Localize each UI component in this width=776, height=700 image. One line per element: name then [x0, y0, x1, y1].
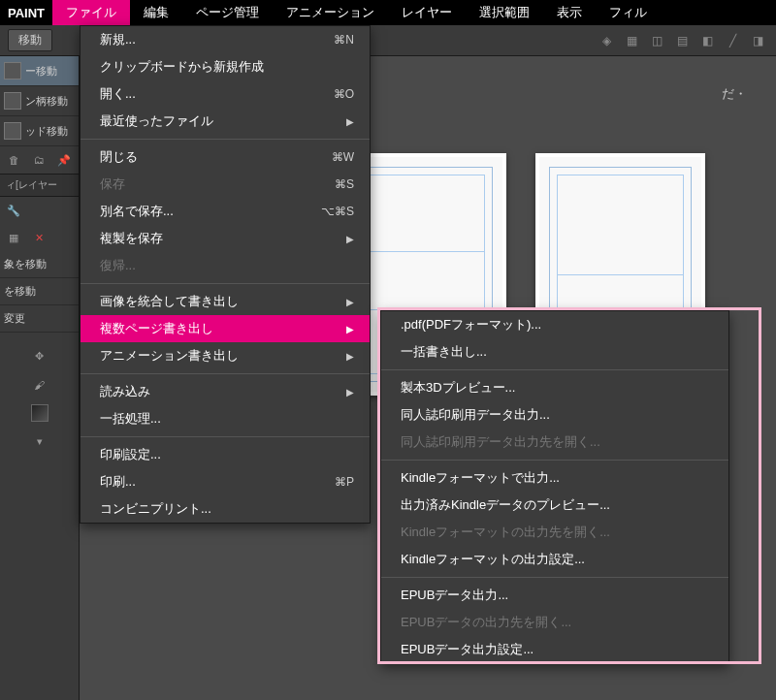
menu-編集[interactable]: 編集: [130, 0, 182, 25]
toolbar-icon[interactable]: ◫: [646, 30, 667, 51]
menu-選択範囲[interactable]: 選択範囲: [466, 0, 543, 25]
menu-item-label: 製本3Dプレビュー...: [401, 379, 515, 397]
menu-item-label: 同人誌印刷用データ出力...: [401, 406, 550, 424]
menu-item[interactable]: 別名で保存...⌥⌘S: [81, 198, 370, 225]
menu-item-label: 保存: [100, 175, 125, 193]
menu-ページ管理[interactable]: ページ管理: [182, 0, 273, 25]
menu-ファイル[interactable]: ファイル: [52, 0, 130, 25]
tool-row[interactable]: ー移動: [0, 56, 79, 86]
chevron-down-icon[interactable]: ▾: [30, 431, 49, 451]
menu-item: 保存⌘S: [81, 171, 370, 198]
menu-item-label: 新規...: [100, 31, 136, 48]
menu-item-label: 一括処理...: [100, 410, 161, 428]
menu-item-label: クリップボードから新規作成: [100, 58, 264, 76]
grid-icon[interactable]: ▦: [4, 228, 23, 247]
option-row[interactable]: 象を移動: [0, 251, 79, 278]
menu-item[interactable]: 一括書き出し...: [381, 338, 728, 366]
menu-item[interactable]: 同人誌印刷用データ出力...: [381, 401, 728, 429]
menu-item[interactable]: 閉じる⌘W: [81, 143, 370, 171]
pin-icon[interactable]: 📌: [54, 150, 74, 170]
menu-item-label: 印刷設定...: [100, 446, 161, 463]
menu-レイヤー[interactable]: レイヤー: [388, 0, 466, 25]
menu-item-label: 最近使ったファイル: [100, 112, 213, 130]
toolbar-icon[interactable]: ╱: [722, 30, 743, 51]
left-panel: ー移動ン柄移動ッド移動 🗑 🗂 📌 ィ[レイヤー 🔧 ▦ ✕ 象を移動を移動変更…: [0, 56, 80, 700]
menu-item[interactable]: コンビニプリント...: [81, 495, 370, 523]
menu-item[interactable]: 一括処理...: [81, 405, 370, 432]
menu-item-label: EPUBデータ出力...: [401, 587, 508, 604]
export-submenu: .pdf(PDFフォーマット)...一括書き出し...製本3Dプレビュー...同…: [380, 310, 729, 664]
menu-item[interactable]: 読み込み▶: [81, 378, 370, 405]
menu-item-label: EPUBデータ出力設定...: [401, 641, 534, 658]
close-icon[interactable]: ✕: [29, 228, 48, 247]
brush-icon[interactable]: 🖌: [30, 375, 49, 395]
tool-icon: [4, 62, 21, 80]
menubar: PAINT ファイル編集ページ管理アニメーションレイヤー選択範囲表示フィル: [0, 0, 776, 25]
color-swatch[interactable]: [31, 404, 48, 422]
menu-item-label: 別名で保存...: [100, 203, 174, 220]
menu-item[interactable]: 画像を統合して書き出し▶: [81, 288, 370, 315]
section-label: ィ[レイヤー: [0, 175, 79, 197]
menu-item-label: 閉じる: [100, 148, 138, 166]
menu-フィル[interactable]: フィル: [596, 0, 661, 25]
menu-item[interactable]: .pdf(PDFフォーマット)...: [381, 311, 728, 338]
menu-item[interactable]: 印刷設定...: [81, 441, 370, 468]
shortcut: ⌥⌘S: [321, 205, 354, 218]
option-row[interactable]: 変更: [0, 305, 79, 333]
menu-item-label: 印刷...: [100, 473, 136, 491]
menu-item[interactable]: 印刷...⌘P: [81, 468, 370, 495]
trash-icon[interactable]: 🗑: [4, 150, 23, 170]
menu-item[interactable]: アニメーション書き出し▶: [81, 342, 370, 369]
tool-row[interactable]: ッド移動: [0, 116, 79, 146]
toolbar-tab[interactable]: 移動: [8, 29, 52, 51]
chevron-right-icon: ▶: [346, 351, 354, 362]
menu-item-label: 複数ページ書き出し: [100, 320, 213, 337]
menu-item[interactable]: EPUBデータ出力設定...: [381, 636, 728, 663]
tool-icons-column: ✥ 🖌 ▾: [0, 342, 79, 455]
move-icon[interactable]: ✥: [30, 346, 49, 366]
menu-表示[interactable]: 表示: [543, 0, 596, 25]
toolbar-icon[interactable]: ▦: [621, 30, 642, 51]
menu-item: 復帰...: [81, 252, 370, 279]
toolbar-icon[interactable]: ◧: [696, 30, 718, 51]
shortcut: ⌘S: [335, 177, 354, 191]
menu-item[interactable]: 複製を保存▶: [81, 225, 370, 252]
menu-item[interactable]: クリップボードから新規作成: [81, 53, 370, 80]
menu-item[interactable]: 新規...⌘N: [81, 26, 370, 53]
menu-item[interactable]: 製本3Dプレビュー...: [381, 374, 728, 401]
shortcut: ⌘N: [334, 33, 354, 47]
menu-item[interactable]: 開く...⌘O: [81, 80, 370, 108]
tool-row[interactable]: ン柄移動: [0, 86, 79, 116]
menu-アニメーション[interactable]: アニメーション: [273, 0, 388, 25]
folder-icon[interactable]: 🗂: [29, 150, 48, 170]
tool-icon: [4, 92, 21, 110]
menu-item-label: コンビニプリント...: [100, 500, 211, 518]
toolbar-icon[interactable]: ◨: [747, 30, 768, 51]
canvas-label: だ・: [722, 85, 747, 103]
menu-item-label: 画像を統合して書き出し: [100, 293, 239, 310]
menu-item-label: アニメーション書き出し: [100, 347, 239, 365]
menu-item-label: Kindleフォーマットの出力先を開く...: [401, 524, 610, 541]
file-menu: 新規...⌘Nクリップボードから新規作成開く...⌘O最近使ったファイル▶閉じる…: [80, 25, 371, 524]
toolbar-icons: ◈ ▦ ◫ ▤ ◧ ╱ ◨: [596, 30, 768, 51]
chevron-right-icon: ▶: [346, 234, 354, 244]
chevron-right-icon: ▶: [346, 116, 354, 127]
menu-item[interactable]: 最近使ったファイル▶: [81, 108, 370, 135]
menu-item-label: 開く...: [100, 85, 136, 103]
toolbar-icon[interactable]: ▤: [671, 30, 693, 51]
menu-item-label: 復帰...: [100, 257, 136, 274]
menu-item[interactable]: Kindleフォーマットで出力...: [381, 464, 728, 492]
menu-item[interactable]: Kindleフォーマットの出力設定...: [381, 546, 728, 573]
toolbar-icon[interactable]: ◈: [596, 30, 617, 51]
shortcut: ⌘W: [332, 150, 354, 164]
menu-item[interactable]: 出力済みKindleデータのプレビュー...: [381, 492, 728, 519]
wrench-icon[interactable]: 🔧: [4, 201, 23, 220]
menu-item[interactable]: 複数ページ書き出し▶: [81, 315, 370, 342]
menu-item[interactable]: EPUBデータ出力...: [381, 582, 728, 609]
shortcut: ⌘O: [334, 87, 354, 101]
option-row[interactable]: を移動: [0, 278, 79, 305]
chevron-right-icon: ▶: [346, 387, 354, 398]
menu-item: Kindleフォーマットの出力先を開く...: [381, 519, 728, 546]
menu-item-label: .pdf(PDFフォーマット)...: [401, 316, 541, 334]
shortcut: ⌘P: [335, 475, 354, 489]
